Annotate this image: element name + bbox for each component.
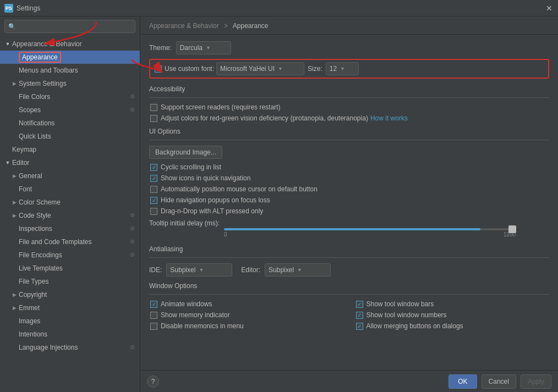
- ui-options-title: UI Options: [149, 128, 549, 135]
- sidebar-item-keymap[interactable]: Keymap: [0, 143, 140, 156]
- close-button[interactable]: ✕: [545, 4, 554, 13]
- allow-merging-label: Allow merging buttons on dialogs: [366, 322, 463, 330]
- custom-font-checkbox-label[interactable]: Use custom font:: [155, 65, 214, 73]
- memory-indicator-label: Show memory indicator: [161, 311, 229, 319]
- memory-indicator-checkbox[interactable]: [150, 312, 157, 319]
- chevron-down-icon: ▼: [206, 45, 211, 51]
- sidebar-item-label: General: [19, 172, 42, 180]
- search-box[interactable]: 🔍: [4, 20, 135, 33]
- sidebar-item-label: Notifications: [19, 119, 54, 127]
- sidebar-item-file-code-templates[interactable]: File and Code Templates ⚙: [0, 235, 140, 249]
- expand-arrow-icon: ▼: [4, 41, 11, 47]
- chevron-down-icon: ▼: [199, 267, 204, 273]
- sidebar-item-live-templates[interactable]: Live Templates: [0, 262, 140, 275]
- cancel-button[interactable]: Cancel: [482, 374, 516, 389]
- show-icons-checkbox[interactable]: [150, 175, 157, 182]
- sidebar-item-code-style[interactable]: ▶ Code Style ⚙: [0, 209, 140, 222]
- window-options-title: Window Options: [149, 282, 549, 290]
- allow-merging-checkbox[interactable]: [356, 323, 363, 330]
- expand-arrow-icon: ▶: [11, 291, 18, 298]
- screen-readers-checkbox[interactable]: [150, 104, 157, 111]
- ide-antialiasing-dropdown[interactable]: Subpixel ▼: [166, 263, 232, 277]
- theme-dropdown[interactable]: Darcula ▼: [176, 41, 231, 54]
- sidebar-item-inspections[interactable]: Inspections ⚙: [0, 222, 140, 235]
- sidebar-item-emmet[interactable]: ▶ Emmet: [0, 301, 140, 314]
- expand-arrow-icon: ▶: [11, 80, 18, 87]
- help-button[interactable]: ?: [147, 376, 159, 388]
- slider-min-label: 0: [224, 231, 227, 238]
- sidebar-item-general[interactable]: ▶ General: [0, 169, 140, 183]
- sidebar-item-label: Keymap: [12, 146, 36, 153]
- sidebar-item-label: Intentions: [19, 330, 47, 338]
- antialiasing-divider: [149, 257, 549, 258]
- sidebar-item-notifications[interactable]: Notifications: [0, 117, 140, 130]
- animate-windows-checkbox[interactable]: [150, 301, 157, 308]
- sidebar-item-file-encodings[interactable]: File Encodings ⚙: [0, 249, 140, 262]
- size-value: 12: [330, 65, 337, 73]
- memory-indicator-row: Show memory indicator: [149, 311, 344, 319]
- screen-readers-label: Support screen readers (requires restart…: [161, 103, 280, 111]
- cyclic-scroll-row: Cyclic scrolling in list: [149, 163, 549, 171]
- disable-mnemonics-checkbox[interactable]: [150, 323, 157, 330]
- sidebar-item-copyright[interactable]: ▶ Copyright: [0, 288, 140, 301]
- how-it-works-link[interactable]: How it works: [370, 114, 408, 122]
- dnd-alt-label: Drag-n-Drop with ALT pressed only: [161, 207, 263, 215]
- custom-font-row: Use custom font: Microsoft YaHei UI ▼ Si…: [149, 59, 549, 79]
- dnd-alt-checkbox[interactable]: [150, 208, 157, 215]
- breadcrumb-parent: Appearance & Behavior: [149, 22, 219, 30]
- accessibility-divider: [149, 97, 549, 98]
- custom-font-checkbox[interactable]: [155, 65, 162, 73]
- hide-nav-checkbox[interactable]: [150, 197, 157, 204]
- editor-antialiasing-dropdown[interactable]: Subpixel ▼: [265, 263, 331, 277]
- sidebar-item-appearance[interactable]: ▶ Appearance: [0, 51, 140, 64]
- sidebar-item-images[interactable]: Images: [0, 314, 140, 328]
- dnd-alt-row: Drag-n-Drop with ALT pressed only: [149, 207, 549, 215]
- show-tool-bars-row: Show tool window bars: [355, 300, 550, 308]
- sidebar-item-label: File Encodings: [19, 251, 62, 259]
- screen-readers-row: Support screen readers (requires restart…: [149, 103, 549, 111]
- show-tool-bars-checkbox[interactable]: [356, 301, 363, 308]
- size-dropdown[interactable]: 12 ▼: [326, 62, 359, 75]
- sidebar-item-color-scheme[interactable]: ▶ Color Scheme: [0, 196, 140, 209]
- sidebar-item-menus-toolbars[interactable]: ▶ Menus and Toolbars: [0, 64, 140, 77]
- settings-icon: ⚙: [130, 93, 136, 100]
- settings-icon: ⚙: [130, 252, 136, 258]
- breadcrumb-separator: >: [224, 22, 228, 30]
- sidebar-item-appearance-behavior[interactable]: ▼ Appearance & Behavior: [0, 37, 140, 51]
- sidebar-item-label: Color Scheme: [19, 198, 61, 206]
- sidebar-item-file-types[interactable]: File Types: [0, 275, 140, 288]
- background-image-button[interactable]: Background Image...: [149, 146, 222, 159]
- cyclic-scroll-label: Cyclic scrolling in list: [161, 163, 221, 171]
- sidebar-item-label: Editor: [12, 159, 29, 167]
- slider-thumb[interactable]: [508, 225, 516, 233]
- font-dropdown[interactable]: Microsoft YaHei UI ▼: [216, 62, 304, 75]
- sidebar-item-intentions[interactable]: Intentions: [0, 328, 140, 341]
- show-icons-row: Show icons in quick navigation: [149, 174, 549, 182]
- expand-arrow-icon: ▶: [11, 305, 18, 311]
- sidebar-item-font[interactable]: Font: [0, 183, 140, 196]
- sidebar-item-quick-lists[interactable]: Quick Lists: [0, 130, 140, 143]
- expand-arrow-icon: ▶: [11, 173, 18, 179]
- ide-value: Subpixel: [170, 266, 195, 274]
- sidebar-item-file-colors[interactable]: ▶ File Colors ⚙: [0, 90, 140, 103]
- auto-position-checkbox[interactable]: [150, 186, 157, 193]
- apply-button[interactable]: Apply: [521, 374, 551, 389]
- slider-track[interactable]: [224, 228, 516, 230]
- title-bar: PS Settings ✕: [0, 0, 558, 16]
- sidebar-item-system-settings[interactable]: ▶ System Settings: [0, 77, 140, 90]
- color-blind-checkbox[interactable]: [150, 115, 157, 122]
- sidebar-item-editor[interactable]: ▼ Editor: [0, 156, 140, 169]
- disable-mnemonics-label: Disable mnemonics in menu: [161, 322, 244, 330]
- cyclic-scroll-checkbox[interactable]: [150, 164, 157, 171]
- sidebar-item-language-injections[interactable]: Language Injections ⚙: [0, 341, 140, 354]
- slider-labels: 0 1200: [224, 231, 516, 238]
- ok-button[interactable]: OK: [448, 374, 477, 389]
- window-options-grid: Animate windows Show tool window bars Sh…: [149, 300, 549, 333]
- tooltip-delay-slider-container: 0 1200: [224, 224, 516, 238]
- show-tool-numbers-checkbox[interactable]: [356, 312, 363, 319]
- content-body: Theme: Darcula ▼ Use custom font: Micros…: [140, 35, 558, 370]
- settings-icon: ⚙: [130, 107, 136, 113]
- sidebar-item-scopes[interactable]: ▶ Scopes ⚙: [0, 103, 140, 117]
- theme-value: Darcula: [180, 44, 203, 52]
- expand-arrow-icon: ▼: [4, 159, 11, 166]
